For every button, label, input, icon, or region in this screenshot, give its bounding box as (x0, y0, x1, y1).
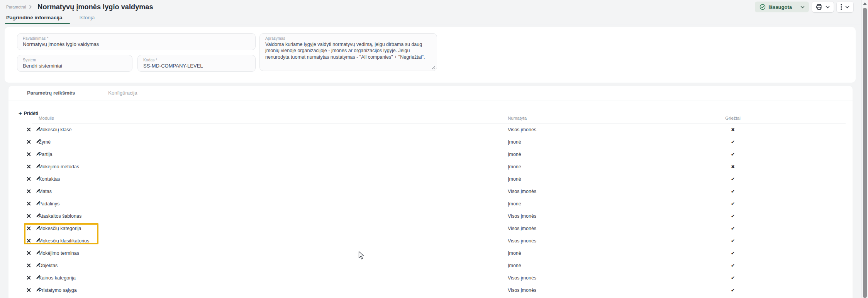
pavadinimas-value: Normatyvų įmonės lygio valdymas (23, 41, 250, 47)
numatyta-cell: Visos įmonės (508, 275, 536, 281)
header-actions: Išsaugota (755, 2, 853, 12)
breadcrumb-parametrai-link[interactable]: Parametrai (6, 5, 26, 9)
column-header-grieztai: Griežtai (722, 116, 744, 120)
numatyta-cell: Visos įmonės (508, 189, 536, 194)
parameters-card: Parametrų reikšmės Konfigūracija + Pridė… (8, 86, 853, 298)
delete-row-icon[interactable] (25, 250, 32, 257)
module-cell: Matas (39, 189, 52, 194)
module-cell: Pristatymo sąlyga (39, 288, 77, 293)
subtab-parametru-reiksmes[interactable]: Parametrų reikšmės (27, 90, 75, 96)
grieztai-icon: ✔ (722, 238, 744, 244)
table-row: Objektas Įmonė ✔ (8, 259, 853, 272)
saved-dropdown-toggle[interactable] (796, 2, 809, 12)
table-row: Padalinys Įmonė ✔ (8, 198, 853, 210)
module-cell: Mokėjimo metodas (39, 164, 79, 169)
table-row: Mokesčių klasė Visos įmonės ✖ (8, 124, 853, 136)
scrollbar-thumb[interactable] (863, 8, 867, 298)
numatyta-cell: Įmonė (508, 164, 521, 169)
delete-row-icon[interactable] (25, 151, 32, 158)
main-tabbar: Pagrindinė informacija Istorija (0, 14, 862, 24)
grieztai-icon: ✖ (722, 164, 744, 169)
kodas-field[interactable]: Kodas * SS-MD-COMPANY-LEVEL (137, 55, 256, 72)
table-row: Kontaktas Įmonė ✔ (8, 173, 853, 185)
textarea-resize-handle[interactable] (431, 66, 435, 69)
table-row: Matas Visos įmonės ✔ (8, 185, 853, 198)
app-root: Parametrai Normatyvų įmonės lygio valdym… (0, 0, 868, 298)
module-cell: Mokesčių klasė (39, 127, 71, 132)
system-value: Bendri sisteminiai (23, 63, 127, 69)
system-field[interactable]: System Bendri sisteminiai (17, 55, 132, 72)
numatyta-cell: Įmonė (508, 139, 521, 145)
breadcrumb-chevron-icon (29, 5, 32, 9)
delete-row-icon[interactable] (25, 139, 32, 146)
delete-row-icon[interactable] (25, 262, 32, 269)
form-card: Pavadinimas * Normatyvų įmonės lygio val… (5, 27, 856, 83)
delete-row-icon[interactable] (25, 188, 32, 195)
printer-icon (816, 4, 822, 10)
aprasymas-label: Aprašymas (265, 36, 431, 41)
delete-row-icon[interactable] (25, 126, 32, 133)
saved-status-button[interactable]: Išsaugota (755, 2, 809, 12)
page-title: Normatyvų įmonės lygio valdymas (37, 3, 153, 11)
module-cell: Mokesčių klasifikatorius (39, 238, 89, 244)
chevron-down-icon (826, 6, 830, 8)
numatyta-cell: Įmonė (508, 201, 521, 207)
module-cell: Žymė (39, 139, 51, 145)
vertical-scrollbar[interactable] (861, 0, 868, 298)
table-row: Ataskaitos šablonas Visos įmonės ✔ (8, 210, 853, 222)
print-button[interactable] (812, 2, 834, 12)
tabbar-divider (0, 24, 862, 24)
module-cell: Partija (39, 152, 52, 157)
delete-row-icon[interactable] (25, 200, 32, 207)
column-header-modulis: Modulis (39, 116, 54, 120)
saved-label: Išsaugota (768, 4, 792, 10)
grieztai-icon: ✔ (722, 201, 744, 207)
delete-row-icon[interactable] (25, 225, 32, 232)
breadcrumb: Parametrai Normatyvų įmonės lygio valdym… (0, 3, 153, 11)
pavadinimas-field[interactable]: Pavadinimas * Normatyvų įmonės lygio val… (17, 33, 256, 50)
numatyta-cell: Visos įmonės (508, 127, 536, 132)
delete-row-icon[interactable] (25, 213, 32, 220)
table-header: Modulis Numatyta Griežtai (8, 116, 853, 124)
grieztai-icon: ✔ (722, 152, 744, 157)
grieztai-icon: ✔ (722, 176, 744, 182)
delete-row-icon[interactable] (25, 176, 32, 183)
delete-row-icon[interactable] (25, 237, 32, 244)
chevron-down-icon (800, 6, 805, 8)
table-row: Kainos kategorija Visos įmonės ✔ (8, 272, 853, 284)
tab-istorija[interactable]: Istorija (80, 14, 95, 20)
aprasymas-value: Valdoma kuriame lygyje valdyti normatyvų… (265, 41, 431, 60)
numatyta-cell: Įmonė (508, 176, 521, 182)
system-label: System (23, 58, 127, 62)
grieztai-icon: ✔ (722, 275, 744, 281)
grieztai-icon: ✔ (722, 189, 744, 194)
module-cell: Padalinys (39, 201, 59, 207)
numatyta-cell: Įmonė (508, 251, 521, 256)
delete-row-icon[interactable] (25, 163, 32, 170)
scrollbar-up-arrow-icon[interactable] (863, 2, 867, 5)
module-cell: Mokėjimo terminas (39, 251, 79, 256)
aprasymas-field[interactable]: Aprašymas Valdoma kuriame lygyje valdyti… (259, 33, 437, 71)
tab-pagrindine-informacija[interactable]: Pagrindinė informacija (6, 14, 63, 20)
grieztai-icon: ✔ (722, 288, 744, 293)
table-row: Žymė Įmonė ✔ (8, 136, 853, 148)
kebab-menu-icon (841, 4, 842, 10)
numatyta-cell: Visos įmonės (508, 288, 536, 293)
table-row: Mokėjimo terminas Įmonė ✔ (8, 247, 853, 259)
add-button[interactable]: + Pridėti (19, 110, 38, 116)
delete-row-icon[interactable] (25, 287, 32, 294)
module-cell: Objektas (39, 263, 58, 268)
numatyta-cell: Visos įmonės (508, 238, 536, 244)
pavadinimas-label: Pavadinimas * (23, 36, 250, 41)
numatyta-cell: Įmonė (508, 152, 521, 157)
module-cell: Ataskaitos šablonas (39, 213, 81, 219)
table-body: Mokesčių klasė Visos įmonės ✖ Žymė Įmonė… (8, 124, 853, 296)
table-row: Mokesčių kategorija Visos įmonės ✔ (8, 222, 853, 235)
subtab-konfiguracija[interactable]: Konfigūracija (108, 90, 137, 96)
grieztai-icon: ✔ (722, 226, 744, 231)
more-actions-button[interactable] (837, 2, 853, 12)
chevron-down-icon (845, 6, 849, 8)
numatyta-cell: Visos įmonės (508, 213, 536, 219)
kodas-label: Kodas * (143, 58, 250, 62)
delete-row-icon[interactable] (25, 274, 32, 281)
